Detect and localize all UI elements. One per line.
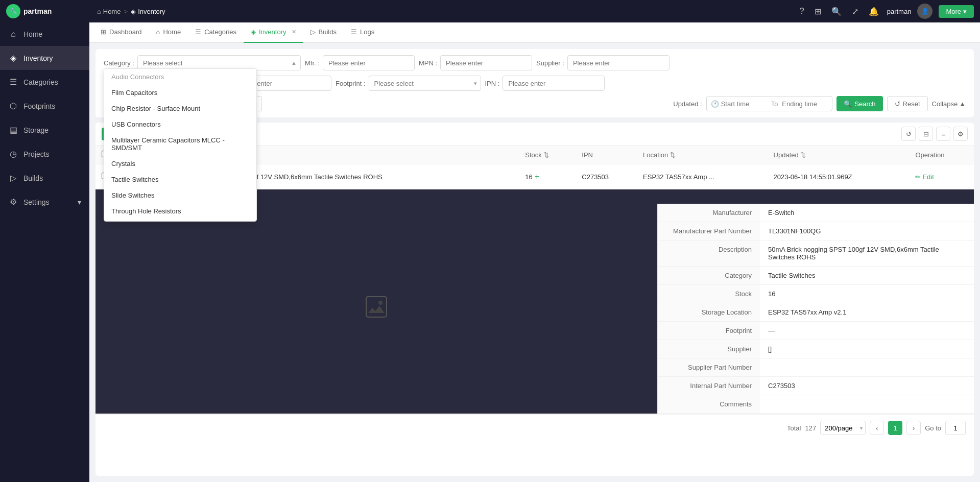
sidebar-item-inventory[interactable]: ◈ Inventory [0, 46, 89, 70]
detail-image [95, 204, 657, 414]
col-ipn: IPN [576, 146, 637, 164]
tab-close-inventory[interactable]: ✕ [292, 29, 296, 35]
chevron-down-icon: ▾ [963, 8, 967, 15]
tab-home[interactable]: ⌂ Home [149, 22, 188, 43]
stock-increment-button[interactable]: + [535, 173, 539, 181]
tab-logs[interactable]: ☰ Logs [344, 22, 381, 43]
dropdown-item-film[interactable]: Film Capacitors [104, 85, 256, 101]
home-icon: ⌂ [8, 30, 18, 39]
detail-storage-row: Storage Location ESP32 TAS57xx Amp v2.1 [658, 303, 974, 322]
sort-icon-stock: ⇅ [543, 151, 549, 159]
sidebar-item-settings[interactable]: ⚙ Settings ▾ [0, 190, 89, 214]
dropdown-item-slide[interactable]: Slide Switches [104, 187, 256, 203]
tab-categories[interactable]: ☰ Categories [188, 22, 244, 43]
prev-page-button[interactable]: ‹ [870, 421, 884, 435]
expand-icon-btn[interactable]: ⤢ [850, 5, 861, 18]
sidebar-item-storage[interactable]: ▤ Storage [0, 118, 89, 142]
dropdown-item-mlcc[interactable]: Multilayer Ceramic Capacitors MLCC - SMD… [104, 132, 256, 156]
dropdown-item-audio[interactable]: Audio Connectors [104, 69, 256, 85]
collapse-button[interactable]: Collapse ▲ [932, 100, 966, 108]
filter-button[interactable]: ⊟ [919, 127, 933, 141]
sidebar-item-home[interactable]: ⌂ Home [0, 22, 89, 46]
row-updated-cell: 2023-06-18 14:55:01.969Z [768, 164, 910, 189]
image-placeholder-icon [364, 295, 389, 323]
sidebar-item-projects[interactable]: ◷ Projects [0, 142, 89, 166]
logs-tab-icon: ☰ [351, 28, 357, 36]
footprint-label: Footprint : [336, 80, 366, 87]
refresh-button[interactable]: ↺ [901, 127, 916, 141]
per-page-select[interactable]: 50/page 100/page 200/page 500/page [820, 421, 866, 435]
detail-manufacturer-row: Manufacturer E-Switch [658, 204, 974, 222]
dropdown-item-crystals[interactable]: Crystals [104, 156, 256, 172]
settings-table-button[interactable]: ⚙ [953, 127, 968, 141]
more-button[interactable]: More ▾ [939, 5, 974, 18]
settings-icon: ⚙ [8, 197, 18, 207]
pagination: Total 127 50/page 100/page 200/page 500/… [95, 414, 974, 441]
col-stock[interactable]: Stock ⇅ [519, 146, 576, 164]
ipn-input[interactable] [503, 76, 605, 91]
reset-icon: ↺ [895, 100, 900, 108]
sidebar-item-categories[interactable]: ☰ Categories [0, 70, 89, 94]
updated-end-input[interactable] [782, 100, 828, 108]
reset-button[interactable]: ↺ Reset [887, 96, 928, 111]
tabbar: ⊞ Dashboard ⌂ Home ☰ Categories ◈ Invent… [89, 22, 980, 43]
footprint-input[interactable] [369, 76, 481, 91]
dropdown-item-usb[interactable]: USB Connectors [104, 116, 256, 132]
mfr-input[interactable] [323, 55, 415, 70]
total-label: Total [787, 424, 801, 432]
sidebar-item-footprints[interactable]: ⬡ Footprints [0, 94, 89, 118]
page-1-button[interactable]: 1 [888, 421, 902, 435]
toolbar-right: ↺ ⊟ ≡ ⚙ [901, 127, 968, 141]
detail-supplier-pn-row: Supplier Part Number [658, 358, 974, 377]
dashboard-tab-icon: ⊞ [101, 28, 106, 36]
row-operation-cell: ✏ Edit [909, 164, 974, 189]
breadcrumb-sep: > [124, 8, 128, 15]
bell-icon-btn[interactable]: 🔔 [867, 5, 881, 18]
edit-button[interactable]: ✏ Edit [915, 173, 934, 181]
next-page-button[interactable]: › [906, 421, 921, 435]
detail-description-row: Description 50mA Brick nogging SPST 100g… [658, 240, 974, 267]
total-count: 127 [805, 424, 817, 432]
filter-mpn: MPN : [419, 55, 532, 70]
supplier-input[interactable] [567, 55, 670, 70]
detail-cell: TL33 [95, 189, 974, 414]
breadcrumb-current: ◈ Inventory [131, 8, 165, 15]
col-updated[interactable]: Updated ⇅ [768, 146, 910, 164]
dropdown-item-tactile[interactable]: Tactile Switches [104, 172, 256, 187]
category-label: Category : [104, 59, 134, 67]
tab-inventory[interactable]: ◈ Inventory ✕ [244, 22, 303, 43]
sidebar-item-builds[interactable]: ▷ Builds [0, 166, 89, 190]
col-location[interactable]: Location ⇅ [637, 146, 768, 164]
dropdown-item-through-hole[interactable]: Through Hole Resistors [104, 203, 256, 219]
user-avatar[interactable]: 👤 [917, 4, 933, 19]
sidebar: ⌂ Home ◈ Inventory ☰ Categories ⬡ Footpr… [0, 22, 89, 482]
help-icon-btn[interactable]: ? [798, 5, 806, 18]
detail-category-row: Category Tactile Switches [658, 267, 974, 285]
inventory-tab-icon: ◈ [251, 28, 256, 36]
categories-icon: ☰ [8, 77, 18, 87]
filter-updated: Updated : 🕐 To [673, 96, 832, 111]
detail-footprint-row: Footprint — [658, 322, 974, 340]
supplier-label: Supplier : [536, 59, 564, 67]
breadcrumb-home[interactable]: ⌂ Home [97, 8, 121, 15]
projects-icon: ◷ [8, 149, 18, 159]
tab-builds[interactable]: ▷ Builds [303, 22, 344, 43]
filter-mfr: Mfr. : [305, 55, 415, 70]
search-button[interactable]: 🔍 Search [836, 96, 882, 111]
updated-start-input[interactable] [721, 100, 767, 108]
filter-supplier: Supplier : [536, 55, 670, 70]
go-to-input[interactable] [945, 421, 966, 435]
columns-button[interactable]: ≡ [936, 127, 950, 141]
tab-dashboard[interactable]: ⊞ Dashboard [93, 22, 149, 43]
dropdown-item-chip[interactable]: Chip Resistor - Surface Mount [104, 101, 256, 116]
dropdown-item-mosfets[interactable]: MOSFETs [104, 219, 256, 222]
updated-time-range[interactable]: 🕐 To [706, 96, 833, 111]
mpn-input[interactable] [440, 55, 532, 70]
detail-content: Manufacturer E-Switch Manufacturer Part … [95, 204, 974, 414]
sort-icon-location: ⇅ [670, 151, 676, 159]
topbar: 🔧 partman ⌂ Home > ◈ Inventory ? ⊞ 🔍 ⤢ 🔔… [0, 0, 980, 22]
settings-chevron-icon: ▾ [78, 198, 81, 206]
grid-icon-btn[interactable]: ⊞ [812, 5, 823, 18]
search-icon-btn[interactable]: 🔍 [829, 5, 844, 18]
home-icon: ⌂ [97, 8, 101, 15]
